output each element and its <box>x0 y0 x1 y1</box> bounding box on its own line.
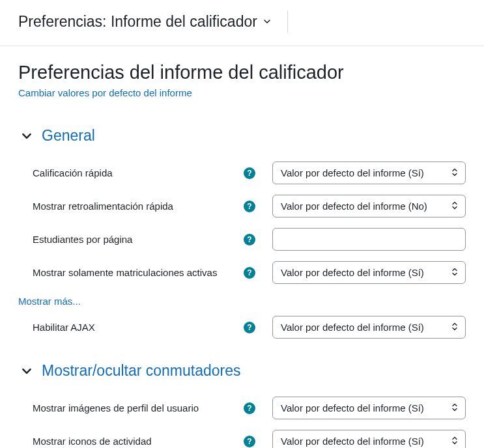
row-quick-feedback: Mostrar retroalimentación rápida ? Valor… <box>33 189 466 223</box>
activity-icons-label: Mostrar iconos de actividad <box>33 436 152 447</box>
enable-ajax-label: Habilitar AJAX <box>33 322 95 333</box>
quick-grading-label: Calificación rápida <box>33 167 113 178</box>
active-enrol-select[interactable]: Valor por defecto del informe (Sí) <box>272 261 466 284</box>
control-col: Valor por defecto del informe (Sí) <box>264 161 466 184</box>
section-general-title: General <box>42 127 95 145</box>
label-col: Estudiantes por página ? <box>33 234 264 245</box>
page-header: Preferencias: Informe del calificador <box>0 0 484 46</box>
students-per-page-label: Estudiantes por página <box>33 234 132 245</box>
active-enrol-label: Mostrar solamente matriculaciones activa… <box>33 267 217 278</box>
page-title: Preferencias del informe del calificador <box>18 62 466 83</box>
label-col: Mostrar solamente matriculaciones activa… <box>33 267 264 279</box>
select-wrapper: Valor por defecto del informe (Sí) <box>272 397 466 419</box>
select-wrapper: Valor por defecto del informe (No) <box>272 195 466 217</box>
section-general-toggle[interactable]: General <box>22 127 466 145</box>
help-icon[interactable]: ? <box>244 436 255 447</box>
chevron-down-icon <box>22 131 33 141</box>
label-col: Mostrar iconos de actividad ? <box>33 436 264 447</box>
quick-feedback-select[interactable]: Valor por defecto del informe (No) <box>272 195 466 217</box>
header-divider <box>287 10 288 33</box>
header-title-dropdown[interactable]: Preferencias: Informe del calificador <box>18 13 273 31</box>
help-icon[interactable]: ? <box>244 167 255 179</box>
select-wrapper: Valor por defecto del informe (Sí) <box>272 261 466 284</box>
help-icon[interactable]: ? <box>244 201 255 212</box>
label-col: Mostrar retroalimentación rápida ? <box>33 201 264 212</box>
control-col: Valor por defecto del informe (Sí) <box>264 397 466 419</box>
control-col: Valor por defecto del informe (Sí) <box>264 261 466 284</box>
help-icon[interactable]: ? <box>244 402 255 414</box>
row-profile-images: Mostrar imágenes de perfil del usuario ?… <box>33 391 466 425</box>
section-toggles-toggle[interactable]: Mostrar/ocultar conmutadores <box>22 362 466 380</box>
label-col: Mostrar imágenes de perfil del usuario ? <box>33 402 264 414</box>
control-col: Valor por defecto del informe (Sí) <box>264 316 466 339</box>
enable-ajax-select[interactable]: Valor por defecto del informe (Sí) <box>272 316 466 339</box>
select-wrapper: Valor por defecto del informe (Sí) <box>272 161 466 184</box>
chevron-down-icon <box>22 366 33 376</box>
quick-feedback-label: Mostrar retroalimentación rápida <box>33 201 173 212</box>
control-col <box>264 228 466 251</box>
control-col: Valor por defecto del informe (Sí) <box>264 430 466 448</box>
help-icon[interactable]: ? <box>244 234 255 245</box>
control-col: Valor por defecto del informe (No) <box>264 195 466 217</box>
row-students-per-page: Estudiantes por página ? <box>33 223 466 256</box>
show-more-link[interactable]: Mostrar más... <box>18 296 466 307</box>
select-wrapper: Valor por defecto del informe (Sí) <box>272 430 466 448</box>
row-active-enrol: Mostrar solamente matriculaciones activa… <box>33 256 466 289</box>
quick-grading-select[interactable]: Valor por defecto del informe (Sí) <box>272 161 466 184</box>
section-toggles: Mostrar/ocultar conmutadores Mostrar imá… <box>18 362 466 448</box>
change-defaults-link[interactable]: Cambiar valores por defecto del informe <box>18 87 192 98</box>
section-toggles-title: Mostrar/ocultar conmutadores <box>42 362 241 380</box>
header-title-text: Preferencias: Informe del calificador <box>18 13 257 31</box>
help-icon[interactable]: ? <box>244 267 255 279</box>
activity-icons-select[interactable]: Valor por defecto del informe (Sí) <box>272 430 466 448</box>
profile-images-label: Mostrar imágenes de perfil del usuario <box>33 402 199 413</box>
help-icon[interactable]: ? <box>244 322 255 333</box>
profile-images-select[interactable]: Valor por defecto del informe (Sí) <box>272 397 466 419</box>
select-wrapper: Valor por defecto del informe (Sí) <box>272 316 466 339</box>
label-col: Habilitar AJAX ? <box>33 322 264 333</box>
content-area: Preferencias del informe del calificador… <box>0 46 484 448</box>
section-general: General Calificación rápida ? Valor por … <box>18 127 466 344</box>
row-enable-ajax: Habilitar AJAX ? Valor por defecto del i… <box>33 311 466 344</box>
row-activity-icons: Mostrar iconos de actividad ? Valor por … <box>33 425 466 448</box>
row-quick-grading: Calificación rápida ? Valor por defecto … <box>33 156 466 189</box>
label-col: Calificación rápida ? <box>33 167 264 179</box>
chevron-down-icon <box>264 17 273 26</box>
students-per-page-input[interactable] <box>272 228 466 251</box>
